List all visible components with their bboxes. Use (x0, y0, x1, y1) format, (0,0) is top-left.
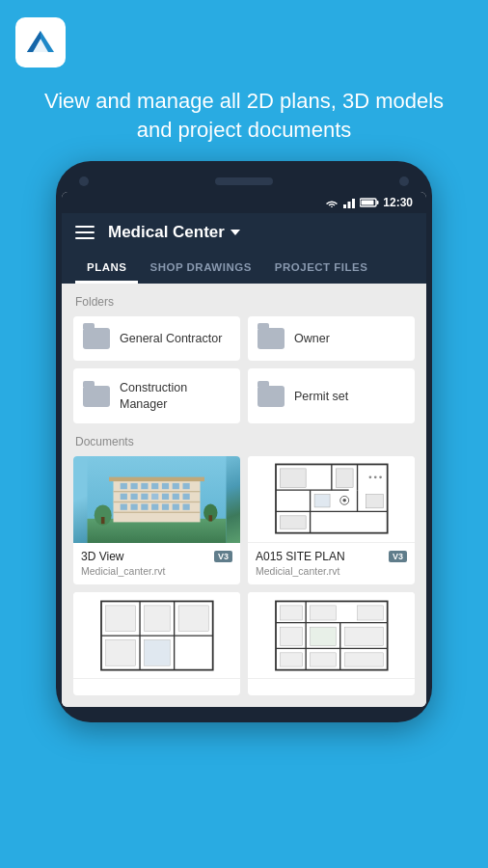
svg-rect-50 (280, 516, 306, 529)
svg-rect-46 (280, 469, 306, 488)
svg-rect-27 (131, 503, 138, 509)
folder-icon (83, 386, 110, 407)
svg-rect-12 (121, 483, 127, 489)
doc-thumbnail-building (73, 456, 240, 543)
svg-rect-0 (343, 204, 346, 208)
phone-camera-right (399, 176, 409, 186)
svg-rect-22 (151, 494, 158, 500)
svg-rect-15 (151, 483, 158, 489)
svg-point-52 (342, 499, 346, 502)
version-badge: V3 (214, 551, 232, 562)
tab-shop-drawings[interactable]: SHOP DRAWINGS (138, 252, 262, 284)
phone-frame: 12:30 Medical Center PLANS SHOP DRAWINGS… (56, 161, 432, 722)
svg-rect-74 (310, 606, 336, 620)
svg-rect-20 (131, 494, 138, 500)
svg-rect-73 (280, 606, 302, 620)
folder-grid: General Contractor Owner Construction Ma… (73, 316, 415, 423)
hamburger-menu[interactable] (75, 226, 95, 239)
tab-plans[interactable]: PLANS (75, 252, 138, 284)
documents-section-label: Documents (73, 435, 415, 448)
project-name: Medical Center (108, 223, 225, 242)
folder-owner[interactable]: Owner (248, 316, 415, 361)
svg-point-54 (374, 476, 377, 479)
svg-rect-63 (144, 606, 170, 632)
svg-rect-64 (178, 606, 208, 632)
documents-grid: 3D View V3 Medicial_canter.rvt (73, 456, 415, 695)
doc-filename: Medicial_canter.rvt (81, 565, 232, 577)
svg-rect-80 (310, 653, 336, 666)
svg-rect-9 (114, 491, 201, 492)
doc-4[interactable] (248, 592, 415, 695)
app-logo (15, 17, 66, 68)
doc-name: A015 SITE PLAN (256, 550, 345, 563)
svg-rect-19 (121, 494, 127, 500)
svg-rect-33 (109, 476, 204, 481)
folder-icon (83, 328, 110, 349)
svg-rect-76 (280, 627, 302, 646)
folders-section-label: Folders (73, 295, 415, 309)
svg-rect-29 (151, 503, 158, 509)
svg-rect-35 (101, 517, 105, 524)
svg-point-55 (379, 476, 382, 479)
svg-rect-79 (280, 653, 302, 666)
svg-rect-65 (105, 639, 135, 665)
version-badge: V3 (389, 551, 407, 562)
svg-rect-62 (105, 606, 135, 632)
svg-rect-16 (162, 483, 169, 489)
svg-rect-66 (144, 639, 170, 665)
svg-rect-11 (114, 511, 201, 512)
svg-rect-47 (336, 469, 353, 488)
svg-rect-24 (173, 494, 179, 500)
svg-rect-13 (131, 483, 138, 489)
svg-rect-14 (141, 483, 148, 489)
svg-rect-75 (357, 606, 383, 620)
svg-rect-31 (173, 503, 179, 509)
doc-thumbnail-4 (248, 592, 415, 679)
folder-construction-manager[interactable]: Construction Manager (73, 368, 240, 423)
folder-general-contractor[interactable]: General Contractor (73, 316, 240, 361)
content-area: Folders General Contractor Owner Constru… (62, 284, 426, 707)
folder-name: Construction Manager (120, 380, 230, 412)
wifi-icon (325, 197, 339, 208)
tabs-bar: PLANS SHOP DRAWINGS PROJECT FILES (75, 252, 413, 284)
svg-rect-30 (162, 503, 169, 509)
svg-rect-25 (183, 494, 190, 500)
doc-3d-view[interactable]: 3D View V3 Medicial_canter.rvt (73, 456, 240, 584)
doc-thumbnail-floorplan (248, 456, 415, 543)
doc-name: 3D View (81, 550, 123, 563)
folder-name: Owner (294, 331, 330, 346)
doc-filename: Medicial_canter.rvt (256, 565, 407, 577)
app-headline: View and manage all 2D plans, 3D models … (0, 77, 488, 161)
svg-point-53 (368, 476, 371, 479)
doc-a015-site-plan[interactable]: A015 SITE PLAN V3 Medicial_canter.rvt (248, 456, 415, 584)
app-header: Medical Center PLANS SHOP DRAWINGS PROJE… (62, 213, 426, 284)
battery-icon (360, 197, 379, 208)
svg-rect-17 (173, 483, 179, 489)
svg-rect-81 (344, 653, 383, 666)
svg-rect-4 (377, 201, 379, 204)
project-title[interactable]: Medical Center (108, 223, 240, 242)
svg-rect-10 (114, 502, 201, 502)
svg-rect-21 (141, 494, 148, 500)
folder-permit-set[interactable]: Permit set (248, 368, 415, 423)
svg-rect-49 (366, 495, 383, 508)
svg-rect-2 (352, 199, 355, 208)
svg-rect-77 (310, 627, 336, 646)
signal-icon (342, 197, 356, 208)
svg-rect-18 (183, 483, 190, 489)
svg-rect-5 (362, 201, 374, 205)
svg-rect-1 (348, 202, 351, 208)
svg-rect-32 (183, 503, 190, 509)
svg-rect-26 (121, 503, 127, 509)
doc-thumbnail-3 (73, 592, 240, 679)
status-icons: 12:30 (325, 196, 413, 209)
folder-icon (258, 386, 285, 407)
phone-camera (79, 176, 89, 186)
doc-3[interactable] (73, 592, 240, 695)
phone-speaker (215, 177, 273, 185)
folder-name: Permit set (294, 389, 348, 404)
tab-project-files[interactable]: PROJECT FILES (263, 252, 380, 284)
folder-name: General Contractor (120, 331, 222, 346)
svg-rect-23 (162, 494, 169, 500)
status-time: 12:30 (383, 196, 413, 209)
